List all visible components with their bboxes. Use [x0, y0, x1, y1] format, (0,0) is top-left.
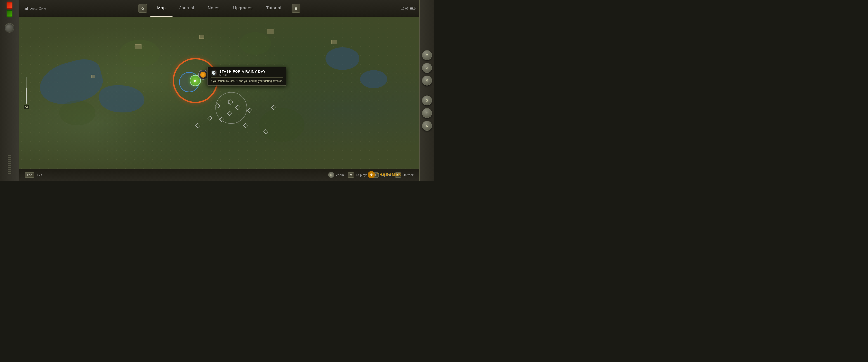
lake-3: [326, 47, 360, 70]
right-btn-t[interactable]: T: [422, 108, 432, 118]
svg-rect-5: [248, 108, 252, 113]
marker-group-8: [195, 123, 200, 129]
diamond-icon-7[interactable]: [271, 105, 276, 110]
v-key[interactable]: V: [348, 172, 354, 177]
left-screws: [8, 155, 11, 174]
lake-4: [360, 70, 387, 88]
nav-tabs: Q Map Journal Notes Upgrades Tutorial E: [135, 0, 304, 17]
right-panel: C J M G T S: [419, 0, 434, 181]
right-btn-s[interactable]: S: [422, 121, 432, 131]
right-btn-c[interactable]: C: [422, 50, 432, 60]
tab-map[interactable]: Map: [150, 0, 173, 17]
tooltip-body: If you touch my loot, I'll find you and …: [211, 77, 283, 83]
key-q-button[interactable]: Q: [138, 4, 147, 13]
left-panel: [0, 0, 19, 181]
circle-marker-1[interactable]: [227, 99, 234, 106]
svg-rect-3: [208, 116, 212, 120]
key-e-button[interactable]: E: [291, 4, 300, 13]
diamond-icon-4[interactable]: [207, 116, 212, 120]
zoom-indicator: ×2: [24, 77, 29, 109]
gray-circle: [215, 92, 247, 124]
building-1: [135, 44, 142, 49]
watermark: ⚙ THEGAMER: [368, 171, 401, 178]
top-left-info: Lesser Zone: [24, 7, 46, 10]
right-btn-g[interactable]: G: [422, 95, 432, 106]
esc-key[interactable]: Esc: [25, 172, 34, 177]
diamond-icon-9[interactable]: [243, 123, 248, 128]
time-display: 16:07: [401, 7, 408, 10]
zoom-label: ×2: [24, 105, 29, 109]
exit-label: Exit: [37, 173, 42, 177]
zoom-bar-fill: [26, 88, 27, 104]
right-btn-j[interactable]: J: [422, 63, 432, 73]
terrain-patch-4: [59, 101, 95, 126]
to-player-label: To player: [356, 173, 369, 177]
tooltip-header: 💀 STASH FOR A RAINY DAY STASH: [211, 69, 283, 76]
left-knob: [5, 23, 14, 33]
top-bar: Lesser Zone Q Map Journal Notes Upgrades…: [19, 0, 419, 17]
svg-point-10: [228, 100, 232, 104]
untrack-label: Untrack: [403, 173, 414, 177]
marker-group-10: [264, 129, 268, 135]
marker-group-4: [207, 116, 212, 121]
zoom-action: ⊕ Zoom: [328, 172, 344, 178]
signal-bars: [24, 7, 28, 10]
tooltip-subtitle: STASH: [219, 73, 266, 76]
bottom-left: Esc Exit: [25, 172, 42, 177]
tab-upgrades[interactable]: Upgrades: [226, 0, 259, 17]
main-content: Lesser Zone Q Map Journal Notes Upgrades…: [19, 0, 419, 181]
tab-tutorial[interactable]: Tutorial: [259, 0, 288, 17]
tab-journal[interactable]: Journal: [173, 0, 201, 17]
battery-icon: [410, 7, 415, 10]
marker-group-7: [271, 105, 276, 111]
quest-icon-inner: [200, 72, 206, 78]
svg-rect-8: [243, 123, 248, 128]
terrain-patch-3: [259, 108, 305, 142]
watermark-text: THEGAMER: [377, 173, 401, 177]
building-2: [199, 35, 204, 39]
marker-group-6: [247, 108, 252, 114]
zoom-action-label: Zoom: [336, 173, 344, 177]
diamond-icon-10[interactable]: [264, 129, 268, 134]
svg-rect-7: [195, 123, 200, 128]
map-tooltip: 💀 STASH FOR A RAINY DAY STASH If you tou…: [207, 67, 286, 85]
tooltip-title-block: STASH FOR A RAINY DAY STASH: [219, 69, 266, 76]
terrain-patch-1: [119, 40, 160, 67]
skull-icon: 💀: [211, 70, 217, 76]
svg-rect-6: [272, 105, 276, 110]
zoom-bar: [26, 77, 27, 104]
quest-icon-marker[interactable]: [198, 70, 208, 80]
watermark-icon: ⚙: [368, 171, 375, 178]
diamond-icon-8[interactable]: [195, 123, 200, 128]
player-direction: ▲: [192, 77, 199, 84]
indicator-green: [7, 10, 12, 17]
building-4: [91, 75, 95, 78]
to-player-action: V To player: [348, 172, 369, 177]
battery-fill: [410, 7, 413, 9]
map-container[interactable]: ×2 ▲: [19, 17, 419, 169]
building-5: [331, 40, 337, 44]
circle-marker-svg: [227, 99, 234, 105]
zone-label: Lesser Zone: [30, 7, 46, 10]
bottom-right: ⊕ Zoom V To player L Legend F Untrack ⚙ …: [328, 172, 414, 178]
diamond-icon-6[interactable]: [247, 108, 252, 113]
tab-notes[interactable]: Notes: [201, 0, 226, 17]
marker-group-9: [243, 123, 248, 129]
tooltip-title: STASH FOR A RAINY DAY: [219, 69, 266, 73]
svg-rect-9: [264, 130, 268, 134]
building-3: [267, 29, 274, 34]
zoom-icon: ⊕: [328, 172, 334, 178]
right-btn-m[interactable]: M: [422, 76, 432, 85]
bottom-bar: Esc Exit ⊕ Zoom V To player L Legend F U…: [19, 169, 419, 181]
terrain-patch-2: [239, 32, 271, 55]
indicator-red: [7, 2, 12, 8]
top-right-info: 16:07: [401, 7, 415, 10]
